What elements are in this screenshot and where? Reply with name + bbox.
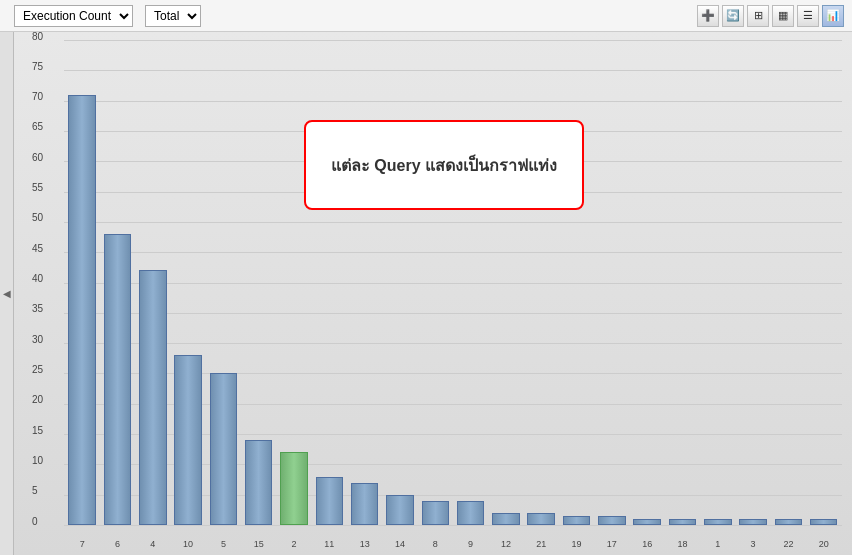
bar[interactable] <box>245 440 272 525</box>
x-axis-label: 10 <box>172 539 204 549</box>
chart-icon-btn[interactable]: 📊 <box>822 5 844 27</box>
bar-group[interactable] <box>384 40 416 525</box>
bar[interactable] <box>174 355 201 525</box>
bar-group[interactable] <box>349 40 381 525</box>
x-axis: 76410515211131489122119171618132220 <box>64 539 842 549</box>
metric-select[interactable]: Execution Count <box>14 5 133 27</box>
bar[interactable] <box>810 519 837 525</box>
grid-label: 45 <box>32 242 43 253</box>
table-icon-btn[interactable]: ⊞ <box>747 5 769 27</box>
bar[interactable] <box>280 452 307 525</box>
y-axis-label <box>14 32 34 555</box>
x-axis-label: 2 <box>278 539 310 549</box>
chart-container: ◀ 05101520253035404550556065707580764105… <box>0 32 852 555</box>
bar[interactable] <box>527 513 554 525</box>
x-axis-label: 11 <box>313 539 345 549</box>
grid-label: 40 <box>32 273 43 284</box>
x-axis-label: 21 <box>525 539 557 549</box>
x-axis-label: 8 <box>419 539 451 549</box>
x-axis-label: 13 <box>349 539 381 549</box>
x-axis-label: 22 <box>772 539 804 549</box>
bar[interactable] <box>775 519 802 525</box>
bar[interactable] <box>563 516 590 525</box>
bar[interactable] <box>386 495 413 525</box>
grid-label: 35 <box>32 303 43 314</box>
grid-label: 60 <box>32 151 43 162</box>
grid-label: 30 <box>32 333 43 344</box>
bar[interactable] <box>598 516 625 525</box>
toolbar-icons: ➕ 🔄 ⊞ ▦ ☰ 📊 <box>697 5 844 27</box>
bar[interactable] <box>669 519 696 525</box>
x-axis-label: 5 <box>207 539 239 549</box>
bar-group[interactable] <box>490 40 522 525</box>
x-axis-label: 7 <box>66 539 98 549</box>
bar-group[interactable] <box>243 40 275 525</box>
x-axis-label: 19 <box>560 539 592 549</box>
bar-group[interactable] <box>737 40 769 525</box>
x-axis-label: 4 <box>137 539 169 549</box>
bar[interactable] <box>316 477 343 526</box>
bar[interactable] <box>633 519 660 525</box>
bar-group[interactable] <box>808 40 840 525</box>
bar-group[interactable] <box>772 40 804 525</box>
bar-group[interactable] <box>454 40 486 525</box>
x-axis-label: 9 <box>454 539 486 549</box>
chart-inner: 0510152025303540455055606570758076410515… <box>34 32 852 555</box>
bar[interactable] <box>704 519 731 525</box>
x-axis-label: 20 <box>808 539 840 549</box>
grid-label: 50 <box>32 212 43 223</box>
x-axis-label: 3 <box>737 539 769 549</box>
x-axis-label: 14 <box>384 539 416 549</box>
grid-label: 5 <box>32 485 38 496</box>
bar[interactable] <box>422 501 449 525</box>
x-axis-label: 15 <box>243 539 275 549</box>
detail-icon-btn[interactable]: ☰ <box>797 5 819 27</box>
chart-area: 0510152025303540455055606570758076410515… <box>64 40 842 525</box>
bar-group[interactable] <box>207 40 239 525</box>
bar[interactable] <box>68 95 95 525</box>
grid-line: 0 <box>64 525 842 526</box>
x-axis-label: 1 <box>702 539 734 549</box>
bar[interactable] <box>457 501 484 525</box>
grid-label: 25 <box>32 363 43 374</box>
bar[interactable] <box>139 270 166 525</box>
bar-group[interactable] <box>631 40 663 525</box>
grid-label: 0 <box>32 515 38 526</box>
grid-label: 75 <box>32 60 43 71</box>
grid-label: 70 <box>32 91 43 102</box>
column-icon-btn[interactable]: ▦ <box>772 5 794 27</box>
bar-group[interactable] <box>596 40 628 525</box>
bar[interactable] <box>492 513 519 525</box>
bar-group[interactable] <box>66 40 98 525</box>
x-axis-label: 17 <box>596 539 628 549</box>
add-icon-btn[interactable]: ➕ <box>697 5 719 27</box>
bar-group[interactable] <box>666 40 698 525</box>
grid-label: 55 <box>32 182 43 193</box>
bar[interactable] <box>739 519 766 525</box>
bar[interactable] <box>104 234 131 525</box>
bar-group[interactable] <box>313 40 345 525</box>
toolbar: Execution Count Total ➕ 🔄 ⊞ ▦ ☰ 📊 <box>0 0 852 32</box>
statistic-select[interactable]: Total <box>145 5 201 27</box>
bar-group[interactable] <box>525 40 557 525</box>
tooltip-box: แต่ละ Query แสดงเป็นกราฟแท่ง <box>304 120 584 210</box>
x-axis-label: 16 <box>631 539 663 549</box>
bar-group[interactable] <box>278 40 310 525</box>
grid-label: 65 <box>32 121 43 132</box>
bar[interactable] <box>351 483 378 525</box>
bars-container <box>64 40 842 525</box>
bar-group[interactable] <box>560 40 592 525</box>
bar-group[interactable] <box>702 40 734 525</box>
bar-group[interactable] <box>101 40 133 525</box>
bar[interactable] <box>210 373 237 525</box>
x-axis-label: 6 <box>101 539 133 549</box>
refresh-icon-btn[interactable]: 🔄 <box>722 5 744 27</box>
x-axis-label: 18 <box>666 539 698 549</box>
grid-label: 10 <box>32 454 43 465</box>
grid-label: 20 <box>32 394 43 405</box>
side-collapse-btn[interactable]: ◀ <box>0 32 14 555</box>
bar-group[interactable] <box>137 40 169 525</box>
bar-group[interactable] <box>419 40 451 525</box>
x-axis-label: 12 <box>490 539 522 549</box>
bar-group[interactable] <box>172 40 204 525</box>
